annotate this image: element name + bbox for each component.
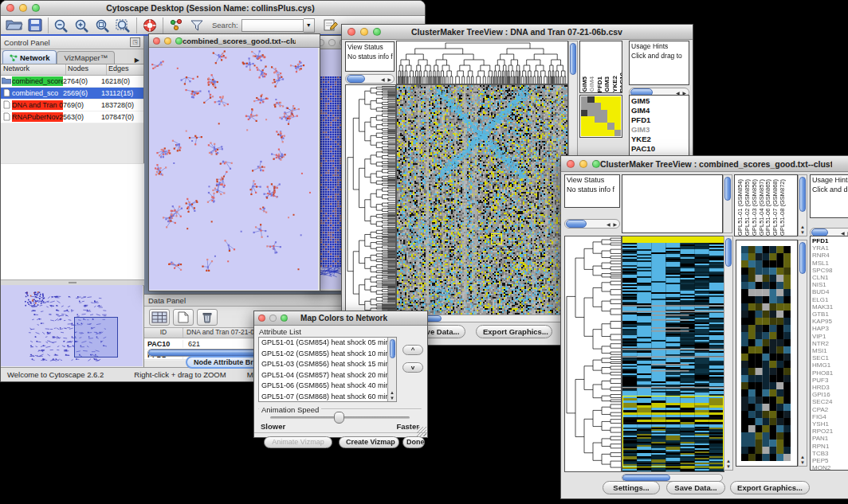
column-label[interactable]: YKE2 bbox=[612, 76, 618, 92]
network-canvas[interactable] bbox=[149, 48, 318, 290]
gene-list-panel[interactable]: PFD1YRA1RNR4MSL1SPC98CLN1NIS1BUD4ELG1MAK… bbox=[810, 236, 848, 471]
column-dendrogram-canvas[interactable] bbox=[396, 41, 568, 84]
heatmap-canvas[interactable] bbox=[396, 84, 568, 315]
done-button[interactable]: Done bbox=[402, 436, 425, 448]
gene-label[interactable]: MSL1 bbox=[811, 260, 848, 267]
row-dendrogram-canvas[interactable] bbox=[345, 84, 396, 315]
minimize-button[interactable] bbox=[164, 37, 171, 45]
animate-vizmap-button[interactable]: Animate Vizmap bbox=[264, 436, 332, 448]
search-input[interactable] bbox=[241, 19, 304, 32]
zoom-button[interactable] bbox=[175, 37, 183, 45]
main-titlebar[interactable]: Cytoscape Desktop (Session Name: collins… bbox=[1, 1, 425, 16]
gene-label[interactable]: SEC24 bbox=[811, 398, 848, 405]
gene-label[interactable]: VIP1 bbox=[811, 333, 848, 340]
minimize-button[interactable] bbox=[19, 4, 27, 12]
annotation-icon[interactable] bbox=[321, 17, 342, 34]
gene-label[interactable]: RPN1 bbox=[811, 443, 848, 450]
search-dropdown-arrow[interactable]: ▼ bbox=[304, 18, 315, 33]
gene-label[interactable]: ELG1 bbox=[811, 296, 848, 303]
close-button[interactable] bbox=[153, 37, 160, 45]
attribute-list-vscrollbar[interactable]: ▲▼ bbox=[387, 338, 396, 401]
gene-label[interactable]: PFD1 bbox=[811, 237, 848, 244]
gene-label[interactable]: HMG1 bbox=[811, 361, 848, 369]
attribute-listbox[interactable]: GPL51-01 (GSM854) heat shock 05 minGPL51… bbox=[258, 337, 397, 402]
network-table-header[interactable]: Network Nodes Edges bbox=[1, 64, 143, 76]
gene-label[interactable]: NTR2 bbox=[811, 340, 848, 347]
gene-label[interactable]: GIM5 bbox=[630, 96, 689, 106]
view-status-scrollbar[interactable]: ◀ ▶ bbox=[345, 74, 395, 84]
save-icon[interactable] bbox=[25, 17, 45, 34]
column-labels-vscrollbar[interactable]: ▲▼ bbox=[798, 174, 807, 236]
gene-label[interactable]: KAP95 bbox=[811, 318, 848, 325]
node-palette-icon[interactable] bbox=[166, 17, 186, 34]
network-overview-canvas[interactable] bbox=[1, 285, 143, 366]
network-tree-empty-area[interactable] bbox=[1, 163, 144, 280]
column-labels-panel[interactable]: GPL51-01 (GSM854)GPL51-02 (GSM855)GPL51-… bbox=[734, 174, 798, 236]
create-vizmap-button[interactable]: Create Vizmap bbox=[339, 436, 399, 448]
zoom-fit-icon[interactable] bbox=[113, 17, 134, 34]
minimize-button[interactable] bbox=[579, 160, 587, 168]
network-table-row[interactable]: RNAPuberNov2+563(0)107847(0) bbox=[1, 111, 143, 123]
gene-label[interactable]: TCB3 bbox=[811, 450, 848, 457]
gene-label[interactable]: MAK31 bbox=[811, 303, 848, 311]
zoom-heatmap-panel[interactable] bbox=[579, 95, 622, 138]
gene-label[interactable]: PAC10 bbox=[630, 144, 689, 154]
new-attribute-icon[interactable] bbox=[173, 309, 194, 326]
close-button[interactable] bbox=[6, 4, 14, 12]
attribute-list-item[interactable]: GPL51-03 (GSM856) heat shock 15 min bbox=[259, 359, 396, 370]
gene-label[interactable]: PAN1 bbox=[811, 435, 848, 442]
zoom-in-icon[interactable] bbox=[72, 17, 92, 34]
float-panel-icon[interactable]: ◳ bbox=[130, 37, 140, 47]
network-table-row[interactable]: combined_sco2569(6)13112(15) bbox=[1, 88, 143, 100]
delete-attribute-icon[interactable] bbox=[197, 309, 218, 326]
gene-label[interactable]: GIM4 bbox=[630, 106, 689, 115]
row-dendrogram-canvas[interactable] bbox=[564, 236, 622, 472]
save-data-button[interactable]: Save Data... bbox=[666, 481, 725, 494]
close-button[interactable] bbox=[567, 160, 575, 168]
column-label[interactable]: PFD1 bbox=[597, 76, 603, 92]
gene-label[interactable]: PUF3 bbox=[811, 377, 848, 384]
attribute-list-item[interactable]: GPL51-07 (GSM868) heat shock 60 min bbox=[259, 392, 396, 403]
minimize-button[interactable] bbox=[328, 39, 336, 46]
filter-icon[interactable] bbox=[186, 17, 207, 34]
minimize-button[interactable] bbox=[360, 28, 368, 36]
column-labels-panel[interactable]: GIM5GIM4PFD1GIM3YKE2PAC10 bbox=[579, 41, 622, 93]
column-label[interactable]: GIM5 bbox=[582, 76, 588, 92]
gene-label[interactable]: GIM3 bbox=[630, 125, 689, 135]
gene-label[interactable]: FIG4 bbox=[811, 413, 848, 420]
gene-label[interactable]: RNR4 bbox=[811, 252, 848, 259]
gene-label[interactable]: GTB1 bbox=[811, 311, 848, 318]
tab-overflow-arrow[interactable]: ▶ bbox=[132, 57, 142, 64]
zoom-selected-icon[interactable] bbox=[92, 17, 113, 34]
settings-button[interactable]: Settings... bbox=[603, 481, 660, 494]
open-icon[interactable] bbox=[4, 17, 25, 34]
resize-grip[interactable] bbox=[417, 427, 426, 436]
attribute-grid-icon[interactable] bbox=[149, 309, 170, 326]
heatmap-vscrollbar[interactable]: ▲▼ bbox=[724, 236, 733, 471]
zoom-out-icon[interactable] bbox=[51, 17, 72, 34]
move-up-button[interactable]: ^ bbox=[402, 345, 423, 355]
close-button[interactable] bbox=[258, 315, 265, 322]
gene-label[interactable]: RPO21 bbox=[811, 428, 848, 435]
attribute-list-item[interactable]: GPL51-02 (GSM855) heat shock 10 min bbox=[259, 349, 396, 360]
column-label[interactable]: GPL51-08 (GSM872) bbox=[779, 179, 787, 236]
gene-label[interactable]: CLN1 bbox=[811, 274, 848, 281]
gene-label[interactable]: MSI1 bbox=[811, 347, 848, 354]
gene-label[interactable]: PEP5 bbox=[811, 457, 848, 464]
column-label[interactable]: GIM4 bbox=[589, 76, 595, 92]
column-dendrogram-panel[interactable] bbox=[622, 174, 723, 233]
move-down-button[interactable]: v bbox=[402, 362, 423, 373]
network-table-row[interactable]: combined_scores2764(0)16218(0) bbox=[1, 76, 143, 88]
zoom-button[interactable] bbox=[373, 28, 381, 36]
gene-label[interactable]: PFD1 bbox=[630, 115, 689, 125]
attribute-list-item[interactable]: GPL51-06 (GSM865) heat shock 40 min bbox=[259, 381, 396, 392]
tab-network[interactable]: Network bbox=[2, 50, 57, 64]
zoom-button[interactable] bbox=[32, 4, 40, 12]
close-button[interactable] bbox=[347, 28, 355, 36]
gene-label[interactable]: SEC1 bbox=[811, 354, 848, 361]
zoom-heatmap-panel[interactable] bbox=[736, 240, 798, 467]
gene-label[interactable]: GPI16 bbox=[811, 391, 848, 398]
gene-label[interactable]: HRD3 bbox=[811, 384, 848, 391]
column-label[interactable]: PAC10 bbox=[619, 72, 622, 92]
attribute-list-item[interactable]: GPL51-01 (GSM854) heat shock 05 min bbox=[259, 338, 396, 349]
